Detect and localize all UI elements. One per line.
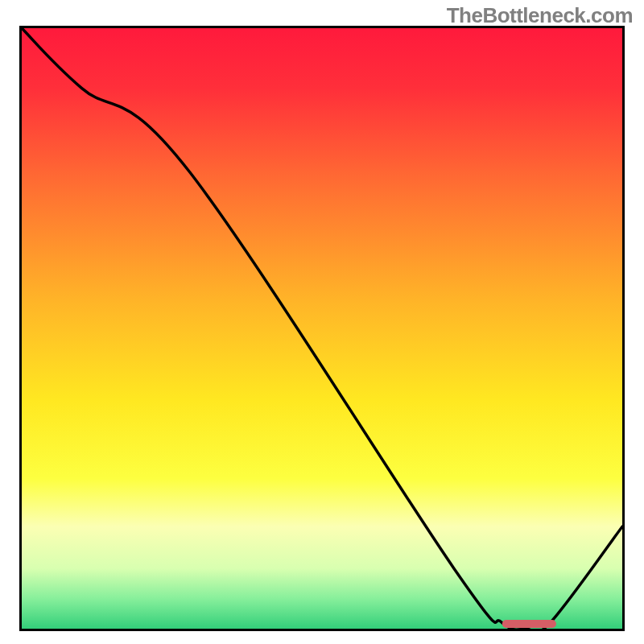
gradient-rect [22,28,622,629]
watermark-text: TheBottleneck.com [447,3,633,28]
marker-bar [502,620,556,628]
chart-frame: TheBottleneck.com [0,0,644,644]
plot-area [19,26,625,631]
plot-svg [22,28,622,629]
